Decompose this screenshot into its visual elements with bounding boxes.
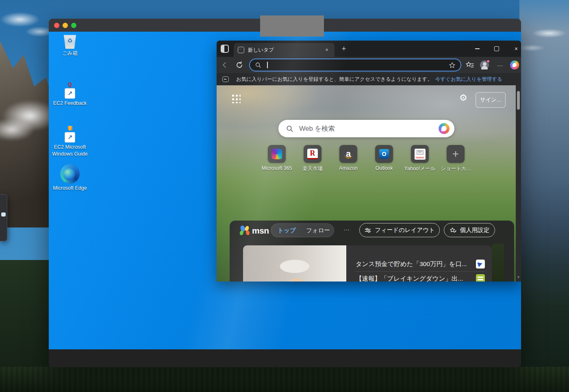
shortcut-icon: ↗ (65, 132, 75, 143)
outlook-icon: O (379, 149, 389, 159)
browser-tab-new-tab[interactable]: 新しいタブ × (234, 43, 334, 57)
manage-favorites-link[interactable]: 今すぐお気に入りを管理する (435, 76, 502, 83)
tab-title: 新しいタブ (248, 47, 323, 54)
news-headline-2[interactable]: 【速報】「ブレイキングダウン」出... (356, 272, 485, 282)
page-scrollbar[interactable]: ▼ (516, 85, 521, 282)
scroll-down-arrow[interactable]: ▼ (516, 275, 521, 279)
quick-link-add-shortcut[interactable]: + ショートカ... (438, 145, 473, 172)
desktop-icon-microsoft-edge[interactable]: Microsoft Edge (50, 164, 90, 192)
feed-more-button[interactable]: … (342, 225, 352, 232)
profile-notification-dot (486, 60, 490, 63)
personalize-label: 個人用設定 (460, 226, 490, 234)
desktop-icon-recycle-bin[interactable]: ♻ ごみ箱 (50, 34, 90, 57)
profile-avatar[interactable] (480, 61, 489, 69)
page-settings-gear-icon[interactable]: ⚙ (459, 93, 467, 102)
news-article-photo[interactable] (243, 245, 346, 282)
recycle-bin-icon: ♻ (63, 34, 77, 49)
settings-more-button[interactable]: … (495, 61, 504, 69)
add-favorite-star-icon[interactable] (449, 62, 456, 69)
tab-follow[interactable]: フォロー (302, 227, 334, 234)
partial-next-card-image[interactable] (492, 244, 504, 282)
quick-link-outlook[interactable]: O Outlook (366, 145, 402, 171)
search-icon (286, 125, 293, 132)
q-badge-icon: Q (50, 81, 90, 87)
shortcut-icon: ↗ (65, 88, 75, 99)
apps-grid-icon[interactable] (231, 93, 241, 103)
quick-link-rakuten[interactable]: R 楽天市場 (295, 145, 330, 172)
copilot-icon[interactable] (510, 61, 519, 69)
tab-top[interactable]: トップ (271, 227, 302, 234)
address-bar[interactable] (249, 58, 461, 71)
new-tab-button[interactable]: + (339, 45, 348, 54)
web-search-box[interactable] (278, 120, 454, 137)
quick-link-yahoo-mail[interactable]: YAHOO! Yahoo!メール (402, 145, 438, 172)
feed-layout-button[interactable]: フィードのレイアウト (359, 223, 440, 237)
shortcut-arrow-icon: ↗ (67, 134, 73, 141)
divider (356, 271, 485, 272)
amazon-icon: a (343, 149, 354, 159)
favorites-bar: お気に入りバーにお気に入りを登録すると、簡単にアクセスできるようになります。 今… (217, 73, 521, 85)
quick-link-tile: + (447, 145, 465, 163)
quick-link-tile (268, 145, 286, 163)
desktop-icon-label: Microsoft Edge (50, 185, 90, 192)
minimize-traffic-light[interactable] (63, 23, 68, 28)
new-tab-page: ⚙ サイン... Microsoft 365 (217, 85, 521, 282)
scrollbar-thumb[interactable] (517, 91, 520, 110)
quick-link-microsoft-365[interactable]: Microsoft 365 (259, 145, 295, 171)
wallpaper-snow-right (519, 22, 569, 59)
zoom-traffic-light[interactable] (71, 23, 76, 28)
address-input[interactable] (269, 62, 449, 68)
quick-link-label: Yahoo!メール (402, 165, 438, 172)
window-minimize-button[interactable] (471, 44, 483, 54)
microsoft-365-icon (271, 149, 282, 159)
quick-link-tile: R (304, 145, 321, 163)
edge-toolbar: … (217, 57, 521, 73)
quick-link-label: Outlook (366, 165, 402, 171)
headline-text: 【速報】「ブレイキングダウン」出... (356, 275, 472, 282)
personalize-button[interactable]: 個人用設定 (444, 223, 495, 237)
favorites-bar-message: お気に入りバーにお気に入りを登録すると、簡単にアクセスできるようになります。 (236, 76, 432, 83)
quick-link-amazon[interactable]: a Amazon (330, 145, 366, 171)
close-traffic-light[interactable] (54, 23, 59, 28)
rakuten-icon: R (307, 149, 318, 159)
partial-offscreen-window[interactable] (0, 194, 7, 241)
window-maximize-button[interactable] (491, 44, 502, 54)
window-close-button[interactable]: × (510, 44, 521, 54)
quick-link-label: Microsoft 365 (259, 165, 295, 171)
copilot-icon[interactable] (439, 123, 450, 134)
edge-tab-strip: 新しいタブ × + × (217, 41, 521, 57)
desktop-icon-ec2-windows-guide[interactable]: ↗ EC2 Microsoft Windows Guide (50, 126, 90, 158)
favorites-button[interactable] (465, 61, 474, 69)
msn-feed-panel: msn トップ フォロー … フィードのレイアウト (230, 221, 514, 282)
web-search-input[interactable] (299, 125, 439, 132)
quick-link-label: 楽天市場 (295, 165, 330, 172)
remote-desktop-window: ♻ ごみ箱 Q ↗ EC2 Feedback ↗ EC2 Microsoft W… (49, 19, 521, 367)
refresh-button[interactable] (235, 61, 243, 69)
envelope-icon (417, 150, 423, 155)
quick-link-label: ショートカ... (438, 165, 473, 172)
back-button[interactable] (221, 61, 229, 69)
news-headline-1[interactable]: タンス預金で貯めた「300万円」を口... (356, 258, 485, 271)
msn-logo[interactable]: msn (240, 225, 269, 236)
desktop-icon-ec2-feedback[interactable]: Q ↗ EC2 Feedback (50, 81, 90, 107)
yahoo-brand-text: YAHOO! (415, 156, 426, 159)
text-caret (267, 62, 268, 68)
tab-close-button[interactable]: × (323, 46, 330, 54)
desktop-icon-label: ごみ箱 (50, 50, 90, 57)
new-tab-page-icon (238, 47, 244, 53)
wallpaper-snow-left (0, 0, 57, 49)
feed-layout-label: フィードのレイアウト (375, 226, 435, 234)
wallpaper-forest-bottom (0, 367, 569, 392)
quick-link-tile: a (339, 145, 357, 163)
tab-workspaces-icon[interactable] (221, 45, 229, 53)
sliders-icon (364, 227, 371, 234)
shortcut-arrow-icon: ↗ (67, 90, 73, 97)
package-badge-icon (68, 126, 72, 130)
desktop-icon-label: EC2 Microsoft Windows Guide (50, 144, 90, 158)
news-source-icon-blue (476, 260, 485, 269)
sign-in-button[interactable]: サイン... (476, 92, 506, 108)
edge-browser-window: 新しいタブ × + × (217, 41, 521, 282)
quick-link-tile: O (375, 145, 393, 163)
quick-link-label: Amazon (330, 165, 366, 171)
headline-text: タンス預金で貯めた「300万円」を口... (356, 260, 472, 269)
